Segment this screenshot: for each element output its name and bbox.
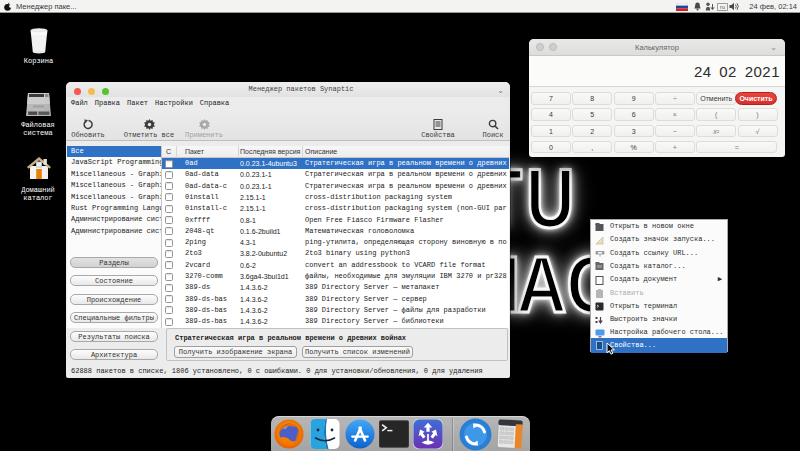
svg-text:ru: ru: [720, 3, 725, 9]
